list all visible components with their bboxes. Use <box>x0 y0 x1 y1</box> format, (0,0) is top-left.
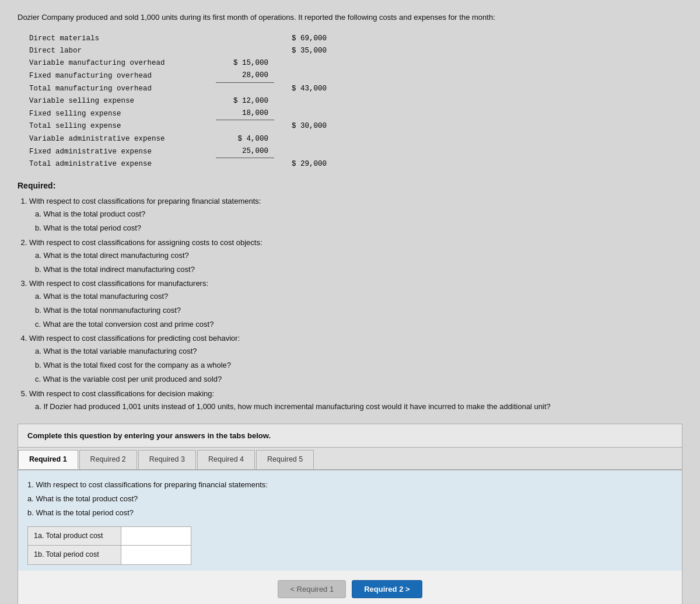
question-3: With respect to cost classifications for… <box>29 277 682 331</box>
tab-required-2[interactable]: Required 2 <box>79 450 137 469</box>
tab-required-1-label: Required 1 <box>29 455 67 463</box>
cost-col1-vae: $ 4,000 <box>216 133 274 145</box>
q3-text: With respect to cost classifications for… <box>29 279 208 288</box>
tab-required-3[interactable]: Required 3 <box>138 450 196 469</box>
q1a: a. What is the total product cost? <box>35 208 682 221</box>
q2-text: With respect to cost classifications for… <box>29 238 262 247</box>
answer-table: 1a. Total product cost 1b. Total period … <box>27 526 191 565</box>
answer-label-1a: 1a. Total product cost <box>28 527 121 546</box>
q4-text: With respect to cost classifications for… <box>29 334 240 343</box>
cost-label-fse: Fixed selling expense <box>29 108 216 120</box>
tab1-line3: b. What is the total period cost? <box>27 507 673 519</box>
cost-label-tae: Total administrative expense <box>29 158 216 170</box>
q4c: c. What is the variable cost per unit pr… <box>35 373 682 386</box>
tab-required-2-label: Required 2 <box>90 455 126 463</box>
cost-label-fae: Fixed administrative expense <box>29 146 216 158</box>
q2a: a. What is the total direct manufacturin… <box>35 249 682 262</box>
q3-sub: a. What is the total manufacturing cost?… <box>35 290 682 331</box>
intro-text: Dozier Company produced and sold 1,000 u… <box>18 12 682 23</box>
table-row-1b: 1b. Total period cost <box>28 546 191 564</box>
q4-sub: a. What is the total variable manufactur… <box>35 345 682 386</box>
q4a: a. What is the total variable manufactur… <box>35 345 682 358</box>
tab-required-4[interactable]: Required 4 <box>197 450 255 469</box>
prev-button[interactable]: < Required 1 <box>278 580 346 598</box>
tab1-line1: 1. With respect to cost classifications … <box>27 479 673 491</box>
input-1a[interactable] <box>127 532 185 540</box>
answer-input-1b[interactable] <box>121 546 191 564</box>
tab-required-5-label: Required 5 <box>267 455 303 463</box>
questions-list: With respect to cost classifications for… <box>29 195 682 413</box>
next-button[interactable]: Required 2 > <box>352 580 422 598</box>
page-container: Dozier Company produced and sold 1,000 u… <box>0 0 700 604</box>
tab-required-5[interactable]: Required 5 <box>256 450 314 469</box>
complete-instruction-text: Complete this question by entering your … <box>27 431 271 440</box>
tab-required-3-label: Required 3 <box>149 455 185 463</box>
tab1-line2: a. What is the total product cost? <box>27 493 673 505</box>
input-1b[interactable] <box>127 550 185 558</box>
cost-col1-vmo: $ 15,000 <box>216 57 274 69</box>
question-5: With respect to cost classifications for… <box>29 387 682 413</box>
tab-required-4-label: Required 4 <box>208 455 244 463</box>
cost-label-tmo: Total manufacturing overhead <box>29 83 216 95</box>
prev-button-label: < Required 1 <box>290 585 334 593</box>
q3b: b. What is the total nonmanufacturing co… <box>35 304 682 317</box>
next-button-label: Required 2 > <box>364 585 410 593</box>
q3c: c. What are the total conversion cost an… <box>35 318 682 331</box>
cost-label-dm: Direct materials <box>29 33 216 45</box>
q5a: a. If Dozier had produced 1,001 units in… <box>35 400 682 413</box>
cost-col2-dm: $ 69,000 <box>274 33 332 45</box>
tabs-area: Required 1 Required 2 Required 3 Require… <box>18 448 682 604</box>
cost-col2-tmo: $ 43,000 <box>274 83 332 95</box>
cost-col2-tse: $ 30,000 <box>274 120 332 132</box>
tabs-row: Required 1 Required 2 Required 3 Require… <box>18 448 682 470</box>
question-1: With respect to cost classifications for… <box>29 195 682 235</box>
required-heading: Required: <box>18 181 682 190</box>
q1-text: With respect to cost classifications for… <box>29 197 261 205</box>
cost-col2-dl: $ 35,000 <box>274 45 332 57</box>
table-row-1a: 1a. Total product cost <box>28 527 191 546</box>
nav-buttons: < Required 1 Required 2 > <box>18 580 682 604</box>
q5-sub: a. If Dozier had produced 1,001 units in… <box>35 400 682 413</box>
cost-label-tse: Total selling expense <box>29 120 216 132</box>
answer-label-1b: 1b. Total period cost <box>28 546 121 564</box>
required-section: Required: With respect to cost classific… <box>18 181 682 413</box>
q1b: b. What is the total period cost? <box>35 222 682 235</box>
q2-sub: a. What is the total direct manufacturin… <box>35 249 682 276</box>
cost-col1-fmo: 28,000 <box>216 69 274 82</box>
q2b: b. What is the total indirect manufactur… <box>35 263 682 276</box>
q4b: b. What is the total fixed cost for the … <box>35 359 682 372</box>
tab-content-required-1: 1. With respect to cost classifications … <box>18 470 682 571</box>
cost-label-vae: Variable administrative expense <box>29 133 216 145</box>
q1-sub: a. What is the total product cost? b. Wh… <box>35 208 682 235</box>
question-4: With respect to cost classifications for… <box>29 332 682 386</box>
q5-text: With respect to cost classifications for… <box>29 389 214 398</box>
cost-col1-vse: $ 12,000 <box>216 95 274 107</box>
answer-input-1a[interactable] <box>121 527 191 546</box>
complete-instruction-box: Complete this question by entering your … <box>18 424 682 448</box>
question-2: With respect to cost classifications for… <box>29 236 682 276</box>
cost-col1-fae: 25,000 <box>216 145 274 158</box>
cost-col2-tae: $ 29,000 <box>274 158 332 170</box>
tab-required-1[interactable]: Required 1 <box>18 450 78 469</box>
cost-label-vmo: Variable manufacturing overhead <box>29 57 216 69</box>
q3a: a. What is the total manufacturing cost? <box>35 290 682 303</box>
cost-label-dl: Direct labor <box>29 45 216 57</box>
cost-table: Direct materials $ 69,000 Direct labor $… <box>29 33 682 171</box>
cost-label-fmo: Fixed manufacturing overhead <box>29 70 216 82</box>
cost-col1-fse: 18,000 <box>216 107 274 120</box>
cost-label-vse: Variable selling expense <box>29 95 216 107</box>
